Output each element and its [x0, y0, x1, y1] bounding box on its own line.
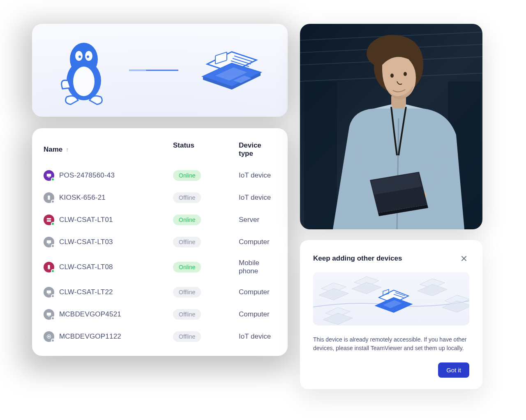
svg-rect-23	[48, 244, 50, 244]
device-type-icon	[44, 287, 54, 298]
svg-rect-27	[47, 291, 51, 293]
svg-point-4	[85, 51, 92, 61]
device-type-label: Computer	[239, 288, 276, 296]
table-row[interactable]: CLW-CSAT-LT01 Online Server	[32, 209, 288, 231]
close-button[interactable]	[459, 253, 469, 264]
svg-point-20	[47, 219, 48, 219]
status-dot-icon	[51, 244, 55, 248]
table-row[interactable]: KIOSK-656-21 Offline IoT device	[32, 187, 288, 209]
svg-point-2	[73, 67, 95, 96]
device-list-card: Name ↑ Status Device type POS-2478560-43…	[32, 128, 288, 356]
connection-line-icon	[129, 69, 178, 72]
photo-card	[300, 24, 482, 229]
illustration-card	[32, 24, 288, 117]
device-type-label: IoT device	[239, 171, 276, 180]
dialog-body-text: This device is already remotely accessib…	[313, 335, 469, 353]
device-type-icon	[44, 237, 54, 247]
table-row[interactable]: MCBDEVGOP4521 Offline Computer	[32, 303, 288, 325]
svg-point-3	[75, 51, 83, 61]
svg-point-34	[48, 336, 50, 337]
svg-rect-19	[47, 220, 51, 222]
device-name-label: CLW-CSAT-LT22	[59, 288, 113, 296]
device-list-body: POS-2478560-43 Online IoT device KIOSK-6…	[32, 164, 288, 348]
table-row[interactable]: CLW-CSAT-LT03 Offline Computer	[32, 231, 288, 253]
device-type-icon	[44, 192, 54, 203]
svg-rect-31	[48, 316, 50, 316]
device-name-label: MCBDEVGOP4521	[59, 310, 121, 318]
svg-rect-18	[47, 218, 51, 220]
svg-rect-30	[47, 313, 51, 316]
table-row[interactable]: CLW-CSAT-LT08 Online Mobile phone	[32, 253, 288, 281]
svg-point-21	[47, 221, 48, 221]
device-type-icon	[44, 170, 54, 181]
svg-line-11	[231, 61, 249, 67]
laptop-icon	[195, 44, 265, 97]
device-type-label: IoT device	[239, 332, 276, 341]
status-badge: Offline	[173, 331, 201, 342]
svg-line-10	[233, 58, 251, 64]
device-type-label: Computer	[239, 310, 276, 318]
device-name-label: CLW-CSAT-LT03	[59, 238, 113, 246]
svg-line-9	[234, 56, 252, 62]
status-badge: Offline	[173, 192, 201, 203]
linux-penguin-icon	[55, 35, 113, 105]
column-header-type[interactable]: Device type	[239, 141, 276, 158]
table-row[interactable]: POS-2478560-43 Online IoT device	[32, 164, 288, 187]
device-type-label: IoT device	[239, 194, 276, 202]
device-name-label: CLW-CSAT-LT08	[59, 263, 113, 271]
status-dot-icon	[51, 269, 55, 273]
status-badge: Offline	[173, 237, 201, 247]
column-header-name-label: Name	[44, 145, 62, 154]
device-type-icon	[44, 215, 54, 225]
status-badge: Offline	[173, 309, 201, 320]
device-type-label: Server	[239, 216, 276, 224]
status-dot-icon	[51, 222, 55, 226]
svg-rect-29	[48, 294, 50, 294]
laptops-array-icon	[313, 272, 469, 325]
svg-rect-12	[215, 52, 227, 64]
svg-point-44	[390, 74, 394, 78]
dialog-title: Keep adding other devices	[313, 254, 402, 263]
status-dot-icon	[51, 200, 55, 203]
device-name-label: KIOSK-656-21	[59, 194, 106, 202]
status-badge: Online	[173, 170, 201, 181]
status-badge: Online	[173, 262, 201, 272]
photo-illustration	[300, 24, 482, 229]
status-dot-icon	[51, 294, 55, 298]
device-type-label: Mobile phone	[239, 259, 276, 275]
add-devices-dialog: Keep adding other devices	[300, 240, 482, 389]
table-row[interactable]: MCBDEVGOP1122 Offline IoT device	[32, 325, 288, 348]
got-it-button[interactable]: Got it	[438, 362, 469, 378]
device-type-label: Computer	[239, 238, 276, 246]
device-type-icon	[44, 331, 54, 342]
status-dot-icon	[51, 339, 55, 342]
svg-rect-22	[47, 240, 51, 243]
svg-point-1	[67, 61, 101, 100]
dialog-illustration	[313, 272, 469, 325]
sort-ascending-icon: ↑	[66, 146, 69, 153]
status-dot-icon	[51, 316, 55, 320]
column-header-status[interactable]: Status	[173, 141, 239, 158]
svg-rect-14	[48, 177, 50, 178]
status-badge: Online	[173, 215, 201, 225]
svg-rect-15	[48, 177, 50, 178]
svg-rect-24	[48, 244, 50, 244]
svg-rect-28	[48, 294, 50, 294]
svg-rect-13	[47, 174, 51, 177]
status-badge: Offline	[173, 287, 201, 298]
svg-point-5	[78, 55, 81, 58]
svg-point-45	[404, 72, 407, 76]
svg-point-17	[48, 199, 49, 199]
device-name-label: POS-2478560-43	[59, 171, 115, 180]
svg-point-26	[48, 268, 49, 269]
column-header-name[interactable]: Name ↑	[44, 141, 173, 158]
svg-point-6	[87, 55, 89, 58]
status-dot-icon	[51, 178, 55, 181]
svg-rect-32	[48, 316, 50, 316]
device-type-icon	[44, 262, 54, 272]
svg-point-0	[70, 43, 98, 76]
device-name-label: MCBDEVGOP1122	[59, 332, 121, 341]
device-name-label: CLW-CSAT-LT01	[59, 216, 113, 224]
table-row[interactable]: CLW-CSAT-LT22 Offline Computer	[32, 281, 288, 303]
device-list-header: Name ↑ Status Device type	[32, 128, 288, 164]
